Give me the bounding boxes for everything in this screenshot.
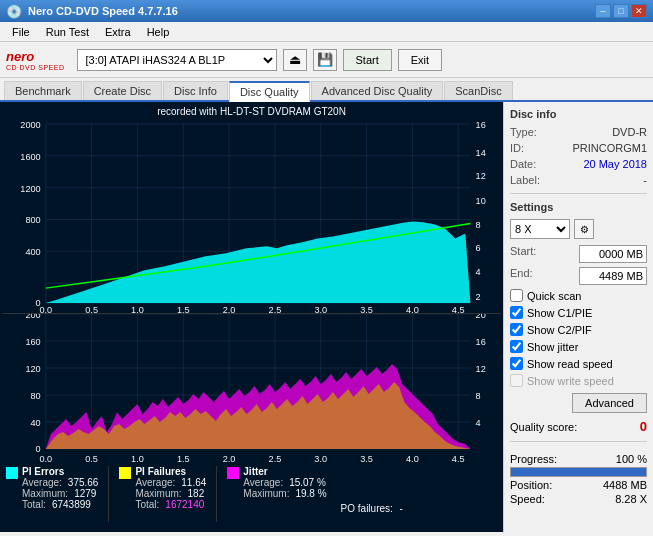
pi-failures-total-row: Total: 1672140 xyxy=(135,499,206,510)
stats-bar: PI Errors Average: 375.66 Maximum: 1279 … xyxy=(2,464,501,524)
jitter-avg-label: Average: xyxy=(243,477,283,488)
drive-dropdown[interactable]: [3:0] ATAPI iHAS324 A BL1P xyxy=(77,49,277,71)
show-c1-row: Show C1/PIE xyxy=(510,306,647,319)
svg-text:3.0: 3.0 xyxy=(314,454,327,464)
maximize-button[interactable]: □ xyxy=(613,4,629,18)
jitter-max-value: 19.8 % xyxy=(295,488,326,499)
svg-text:1600: 1600 xyxy=(20,152,40,162)
panel-divider-1 xyxy=(510,193,647,194)
menu-extra[interactable]: Extra xyxy=(97,24,139,40)
tab-advanced-disc-quality[interactable]: Advanced Disc Quality xyxy=(311,81,444,100)
pi-failures-stat: PI Failures Average: 11.64 Maximum: 182 … xyxy=(119,466,206,522)
quick-scan-row: Quick scan xyxy=(510,289,647,302)
stats-divider-2 xyxy=(216,466,217,522)
position-label: Position: xyxy=(510,479,552,491)
pi-failures-max-row: Maximum: 182 xyxy=(135,488,206,499)
show-read-speed-row: Show read speed xyxy=(510,357,647,370)
svg-text:8: 8 xyxy=(476,221,481,231)
id-row: ID: PRINCORGM1 xyxy=(510,142,647,154)
show-read-speed-checkbox[interactable] xyxy=(510,357,523,370)
main-content: recorded with HL-DT-ST DVDRAM GT20N xyxy=(0,102,653,532)
show-c2-checkbox[interactable] xyxy=(510,323,523,336)
toolbar: nero CD·DVD SPEED [3:0] ATAPI iHAS324 A … xyxy=(0,42,653,78)
show-jitter-row: Show jitter xyxy=(510,340,647,353)
menu-file[interactable]: File xyxy=(4,24,38,40)
start-input[interactable] xyxy=(579,245,647,263)
title-bar: 💿 Nero CD-DVD Speed 4.7.7.16 – □ ✕ xyxy=(0,0,653,22)
close-button[interactable]: ✕ xyxy=(631,4,647,18)
date-value: 20 May 2018 xyxy=(583,158,647,170)
disc-info-title: Disc info xyxy=(510,108,647,120)
po-failures-value: - xyxy=(400,503,403,514)
start-row: Start: xyxy=(510,245,647,263)
show-write-speed-row: Show write speed xyxy=(510,374,647,387)
speed-label: Speed: xyxy=(510,493,545,505)
menu-bar: File Run Test Extra Help xyxy=(0,22,653,42)
speed-value: 8.28 X xyxy=(615,493,647,505)
pi-failures-total-label: Total: xyxy=(135,499,159,510)
quick-scan-checkbox[interactable] xyxy=(510,289,523,302)
start-button[interactable]: Start xyxy=(343,49,392,71)
lower-chart: 200 160 120 80 40 0 20 16 12 8 4 0.0 0.5 xyxy=(2,314,501,464)
svg-text:800: 800 xyxy=(25,216,40,226)
tab-create-disc[interactable]: Create Disc xyxy=(83,81,162,100)
date-row: Date: 20 May 2018 xyxy=(510,158,647,170)
svg-text:12: 12 xyxy=(476,364,486,374)
show-c2-row: Show C2/PIF xyxy=(510,323,647,336)
show-read-speed-label: Show read speed xyxy=(527,358,613,370)
upper-chart-svg: 2000 1600 1200 800 400 0 16 14 12 10 8 6… xyxy=(2,119,501,313)
svg-text:2: 2 xyxy=(476,292,481,302)
svg-text:200: 200 xyxy=(25,314,40,320)
svg-text:16: 16 xyxy=(476,337,486,347)
svg-text:400: 400 xyxy=(25,247,40,257)
drive-select: [3:0] ATAPI iHAS324 A BL1P xyxy=(77,49,277,71)
tab-disc-info[interactable]: Disc Info xyxy=(163,81,228,100)
quality-score-value: 0 xyxy=(640,419,647,434)
chart-title: recorded with HL-DT-ST DVDRAM GT20N xyxy=(2,104,501,119)
speed-dropdown[interactable]: 8 X 4 X 2 X Maximum xyxy=(510,219,570,239)
tab-disc-quality[interactable]: Disc Quality xyxy=(229,81,310,102)
settings-icon-button[interactable]: ⚙ xyxy=(574,219,594,239)
svg-text:16: 16 xyxy=(476,120,486,130)
nero-logo-top: nero xyxy=(6,49,34,64)
svg-text:2.5: 2.5 xyxy=(269,454,282,464)
nero-logo-bottom: CD·DVD SPEED xyxy=(6,64,65,71)
quality-score-row: Quality score: 0 xyxy=(510,419,647,434)
svg-text:8: 8 xyxy=(476,391,481,401)
progress-bar-fill xyxy=(511,468,646,476)
eject-button[interactable]: ⏏ xyxy=(283,49,307,71)
end-input[interactable] xyxy=(579,267,647,285)
label-label: Label: xyxy=(510,174,540,186)
pi-failures-max-label: Maximum: xyxy=(135,488,181,499)
start-label: Start: xyxy=(510,245,536,263)
svg-text:20: 20 xyxy=(476,314,486,320)
show-c2-label: Show C2/PIF xyxy=(527,324,592,336)
date-label: Date: xyxy=(510,158,536,170)
quick-scan-label: Quick scan xyxy=(527,290,581,302)
speed-row: Speed: 8.28 X xyxy=(510,493,647,505)
exit-button[interactable]: Exit xyxy=(398,49,442,71)
quality-score-label: Quality score: xyxy=(510,421,577,433)
chart-area: recorded with HL-DT-ST DVDRAM GT20N xyxy=(0,102,503,532)
pi-errors-total-label: Total: xyxy=(22,499,46,510)
svg-text:0: 0 xyxy=(36,444,41,454)
svg-text:2.0: 2.0 xyxy=(223,454,236,464)
svg-text:3.0: 3.0 xyxy=(314,305,327,313)
advanced-button[interactable]: Advanced xyxy=(572,393,647,413)
svg-text:80: 80 xyxy=(30,391,40,401)
save-button[interactable]: 💾 xyxy=(313,49,337,71)
nero-logo: nero CD·DVD SPEED xyxy=(6,49,65,71)
jitter-stat: Jitter Average: 15.07 % Maximum: 19.8 % xyxy=(227,466,326,522)
menu-run-test[interactable]: Run Test xyxy=(38,24,97,40)
show-jitter-checkbox[interactable] xyxy=(510,340,523,353)
jitter-label: Jitter xyxy=(243,466,326,477)
tab-scan-disc[interactable]: ScanDisc xyxy=(444,81,512,100)
show-c1-checkbox[interactable] xyxy=(510,306,523,319)
tabs: Benchmark Create Disc Disc Info Disc Qua… xyxy=(0,78,653,102)
progress-label: Progress: xyxy=(510,453,557,465)
end-row: End: xyxy=(510,267,647,285)
svg-text:2.0: 2.0 xyxy=(223,305,236,313)
menu-help[interactable]: Help xyxy=(139,24,178,40)
tab-benchmark[interactable]: Benchmark xyxy=(4,81,82,100)
minimize-button[interactable]: – xyxy=(595,4,611,18)
